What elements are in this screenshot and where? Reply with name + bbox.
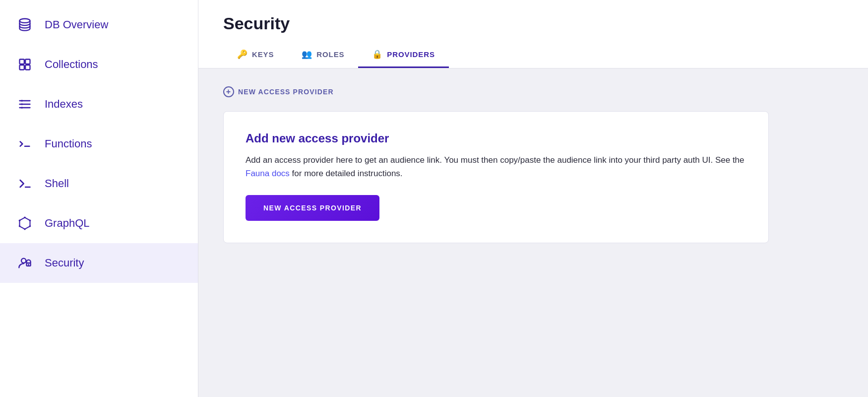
add-provider-card: Add new access provider Add an access pr… [223,111,769,243]
sidebar-item-security-label: Security [45,257,84,269]
roles-icon: 👥 [302,49,312,60]
tabs: 🔑 KEYS 👥 ROLES 🔒 PROVIDERS [223,42,843,68]
sidebar-item-collections[interactable]: Collections [0,45,198,84]
svg-point-20 [21,259,26,263]
new-provider-link-label: NEW ACCESS PROVIDER [238,88,334,96]
tab-providers[interactable]: 🔒 PROVIDERS [358,42,448,68]
new-access-provider-button[interactable]: NEW ACCESS PROVIDER [246,195,379,221]
sidebar-item-security[interactable]: Security [0,243,198,283]
functions-icon [16,135,34,153]
plus-circle-icon: + [223,86,234,97]
tab-providers-label: PROVIDERS [387,50,434,59]
sidebar-item-functions-label: Functions [45,137,92,150]
svg-point-18 [19,225,21,227]
card-description-part1: Add an access provider here to get an au… [246,155,744,165]
tab-roles[interactable]: 👥 ROLES [288,42,358,68]
new-access-provider-link[interactable]: + NEW ACCESS PROVIDER [223,86,843,97]
svg-rect-2 [25,60,30,64]
svg-point-16 [29,225,31,227]
sidebar-item-indexes[interactable]: Indexes [0,84,198,124]
page-title: Security [223,14,843,33]
content-area: + NEW ACCESS PROVIDER Add new access pro… [198,68,868,397]
main-content: Security 🔑 KEYS 👥 ROLES 🔒 PROVIDERS + NE… [198,0,868,397]
tab-roles-label: ROLES [316,50,344,59]
svg-rect-1 [20,60,24,64]
svg-point-0 [20,19,30,23]
svg-marker-13 [20,217,30,229]
svg-point-9 [21,103,23,105]
svg-rect-4 [25,65,30,69]
svg-point-17 [24,228,26,230]
sidebar-item-collections-label: Collections [45,58,98,71]
svg-point-10 [21,107,23,109]
svg-point-15 [29,219,31,221]
lock-icon: 🔒 [372,49,383,60]
sidebar-item-db-overview[interactable]: DB Overview [0,5,198,45]
tab-keys-label: KEYS [252,50,274,59]
sidebar-item-graphql[interactable]: GraphQL [0,203,198,243]
card-description-part2: for more detailed instructions. [290,169,403,178]
fauna-docs-link[interactable]: Fauna docs [246,169,290,178]
sidebar-item-indexes-label: Indexes [45,98,83,111]
sidebar-item-shell[interactable]: Shell [0,164,198,203]
tab-keys[interactable]: 🔑 KEYS [223,42,288,68]
sidebar: DB Overview Collections Indexes [0,0,198,397]
security-icon [16,254,34,272]
sidebar-item-functions[interactable]: Functions [0,124,198,164]
key-icon: 🔑 [237,49,248,60]
svg-point-19 [19,219,21,221]
svg-rect-3 [20,65,24,69]
sidebar-item-shell-label: Shell [45,177,69,190]
shell-icon [16,175,34,193]
card-description: Add an access provider here to get an au… [246,153,746,180]
svg-point-8 [21,100,23,102]
svg-point-14 [24,217,26,219]
database-icon [16,16,34,34]
sidebar-item-db-overview-label: DB Overview [45,18,108,31]
card-title: Add new access provider [246,132,746,145]
graphql-icon [16,214,34,232]
sidebar-item-graphql-label: GraphQL [45,217,90,230]
page-title-bar: Security 🔑 KEYS 👥 ROLES 🔒 PROVIDERS [198,0,868,68]
indexes-icon [16,95,34,113]
collections-icon [16,56,34,73]
